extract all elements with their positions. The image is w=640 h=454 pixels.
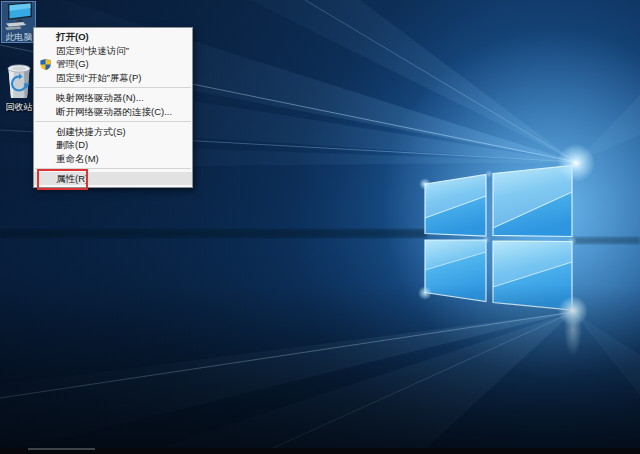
menu-separator [35, 168, 191, 169]
context-menu: 打开(O)固定到“快速访问”管理(G)固定到“开始”屏幕(P)映射网络驱动器(N… [33, 27, 193, 188]
recycle-bin-icon [3, 61, 35, 101]
menu-item-delete[interactable]: 删除(D) [34, 138, 192, 152]
menu-item-label: 打开(O) [56, 31, 89, 42]
menu-item-disconnect-network-drive[interactable]: 断开网络驱动器的连接(C)... [34, 105, 192, 119]
menu-separator [35, 121, 191, 122]
bottom-edge-strip [0, 448, 640, 454]
menu-item-label: 固定到“开始”屏幕(P) [56, 72, 142, 83]
icon-label: 回收站 [1, 102, 37, 112]
menu-item-label: 创建快捷方式(S) [56, 126, 126, 137]
menu-item-label: 管理(G) [56, 58, 89, 69]
menu-item-manage[interactable]: 管理(G) [34, 57, 192, 71]
menu-separator [35, 87, 191, 88]
menu-item-open[interactable]: 打开(O) [34, 30, 192, 44]
menu-item-pin-to-start[interactable]: 固定到“开始”屏幕(P) [34, 71, 192, 85]
menu-item-label: 断开网络驱动器的连接(C)... [56, 106, 172, 117]
uac-shield-icon [40, 59, 51, 70]
desktop-icon-recycle-bin[interactable]: 回收站 [1, 61, 37, 112]
menu-item-create-shortcut[interactable]: 创建快捷方式(S) [34, 125, 192, 139]
this-pc-icon [3, 1, 35, 31]
menu-item-properties[interactable]: 属性(R) [34, 172, 192, 186]
menu-item-label: 固定到“快速访问” [56, 45, 129, 56]
desktop-icon-this-pc[interactable]: 此电脑 [1, 1, 37, 42]
menu-item-label: 重命名(M) [56, 153, 99, 164]
menu-item-pin-to-quick-access[interactable]: 固定到“快速访问” [34, 44, 192, 58]
menu-item-label: 删除(D) [56, 139, 88, 150]
bottom-edge-segment [28, 448, 95, 450]
menu-item-label: 映射网络驱动器(N)... [56, 92, 144, 103]
menu-item-map-network-drive[interactable]: 映射网络驱动器(N)... [34, 91, 192, 105]
menu-item-label: 属性(R) [56, 173, 88, 184]
desktop[interactable]: 此电脑 回收站 打开(O)固定到“快速访问”管理(G)固定到“开始”屏幕(P)映… [0, 0, 640, 454]
menu-item-rename[interactable]: 重命名(M) [34, 152, 192, 166]
